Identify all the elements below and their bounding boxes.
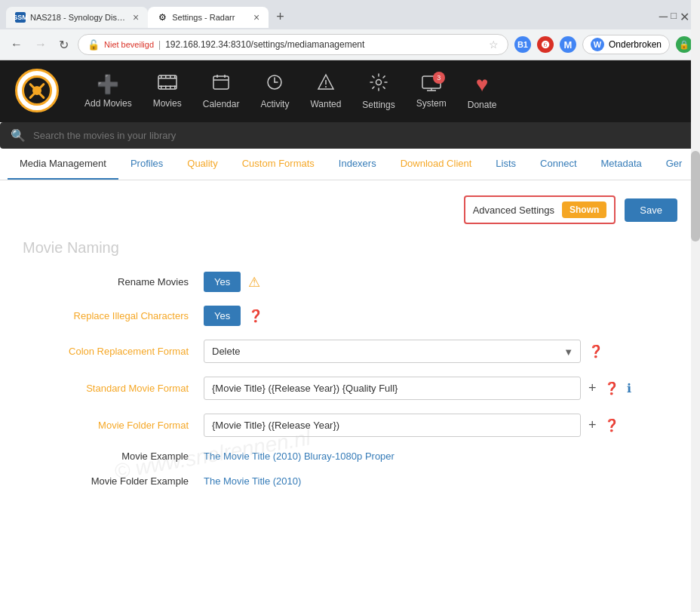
colon-replacement-select[interactable]: Delete Replace with Dash Replace with Sp…	[204, 340, 581, 363]
window-close[interactable]: ✕	[680, 10, 689, 24]
colon-replacement-help-icon[interactable]: ❓	[588, 344, 603, 358]
nav-donate[interactable]: ♥ Donate	[459, 68, 506, 115]
tab-media-management[interactable]: Media Management	[8, 149, 118, 180]
label-standard-format: Standard Movie Format	[23, 383, 204, 394]
standard-format-plus-icon[interactable]: +	[588, 380, 597, 396]
save-button[interactable]: Save	[625, 198, 677, 222]
tab-nas[interactable]: SSM NAS218 - Synology DiskStation ×	[6, 7, 148, 28]
tab-connect[interactable]: Connect	[528, 149, 588, 180]
control-rename-movies: Yes ⚠	[204, 272, 677, 292]
standard-format-help-icon[interactable]: ❓	[604, 381, 619, 395]
nav-activity-label: Activity	[260, 99, 289, 109]
back-button[interactable]: ←	[8, 35, 26, 54]
settings-tabs: Media Management Profiles Quality Custom…	[0, 149, 700, 180]
address-separator: |	[158, 39, 161, 50]
nav-wanted[interactable]: Wanted	[301, 69, 350, 114]
tab-indexers[interactable]: Indexers	[327, 149, 388, 180]
not-secure-label: Niet beveiligd	[104, 40, 154, 49]
tab-new-button[interactable]: +	[269, 5, 292, 29]
tab-general[interactable]: Ger	[654, 149, 695, 180]
extension-b1[interactable]: B1	[514, 36, 531, 53]
form-row-folder-example: Movie Folder Example The Movie Title (20…	[23, 475, 677, 487]
window-minimize[interactable]: ─	[659, 10, 668, 24]
rename-movies-warn-icon: ⚠	[248, 274, 260, 291]
tab-bar: SSM NAS218 - Synology DiskStation × ⚙ Se…	[0, 0, 700, 29]
svg-rect-6	[174, 75, 176, 78]
svg-rect-4	[165, 75, 167, 78]
reload-button[interactable]: ↻	[56, 35, 72, 55]
profile-label: Onderbroken	[609, 39, 662, 50]
control-colon-replacement: Delete Replace with Dash Replace with Sp…	[204, 340, 677, 363]
standard-format-info-icon[interactable]: ℹ	[627, 381, 631, 395]
label-replace-illegal: Replace Illegal Characters	[23, 310, 204, 321]
window-restore[interactable]: □	[671, 10, 677, 24]
address-bar: ← → ↻ 🔓 Niet beveiligd | 192.168.192.34:…	[0, 29, 700, 60]
movie-example-value: The Movie Title (2010) Bluray-1080p Prop…	[204, 451, 395, 462]
shown-button[interactable]: Shown	[562, 201, 606, 218]
tab-radarr[interactable]: ⚙ Settings - Radarr ×	[148, 7, 269, 28]
nav-wanted-label: Wanted	[310, 99, 341, 109]
tab-profiles[interactable]: Profiles	[118, 149, 175, 180]
replace-illegal-help-icon[interactable]: ❓	[248, 309, 263, 323]
nav-activity[interactable]: Activity	[251, 69, 298, 114]
replace-illegal-yes-button[interactable]: Yes	[204, 306, 241, 326]
nav-system[interactable]: 3 System	[407, 70, 456, 113]
form-row-standard-format: Standard Movie Format + ❓ ℹ	[23, 377, 677, 400]
browser-chrome: SSM NAS218 - Synology DiskStation × ⚙ Se…	[0, 0, 700, 60]
system-icon-wrap: 3	[421, 75, 442, 95]
extension-green[interactable]: 🔒	[676, 36, 692, 53]
control-movie-example: The Movie Title (2010) Bluray-1080p Prop…	[204, 451, 677, 462]
app-header: ➕ Add Movies Movies	[0, 60, 700, 122]
folder-format-plus-icon[interactable]: +	[588, 417, 597, 433]
content-area: Media Management Profiles Quality Custom…	[0, 149, 700, 526]
folder-format-help-icon[interactable]: ❓	[604, 418, 619, 432]
label-colon-replacement: Colon Replacement Format	[23, 346, 204, 357]
tab-metadata[interactable]: Metadata	[589, 149, 654, 180]
toolbar-icons: B1 ❻ M W Onderbroken 🔒	[514, 35, 692, 54]
tab-close-radarr[interactable]: ×	[253, 11, 259, 23]
control-folder-format: + ❓	[204, 414, 677, 437]
svg-rect-5	[170, 75, 171, 78]
scrollbar-thumb[interactable]	[691, 151, 700, 241]
tab-lists[interactable]: Lists	[484, 149, 528, 180]
system-badge: 3	[433, 72, 445, 84]
nav-movies[interactable]: Movies	[144, 69, 191, 113]
address-input-bar[interactable]: 🔓 Niet beveiligd | 192.168.192.34:8310/s…	[78, 34, 508, 55]
extension-m[interactable]: M	[560, 36, 576, 53]
activity-icon	[266, 73, 284, 96]
search-bar: 🔍	[0, 122, 700, 149]
search-input[interactable]	[33, 130, 689, 141]
profile-button[interactable]: W Onderbroken	[582, 35, 670, 54]
nav-add-movies-label: Add Movies	[84, 98, 132, 109]
donate-icon: ♥	[476, 72, 489, 97]
svg-rect-8	[165, 86, 167, 89]
bookmark-icon[interactable]: ☆	[489, 38, 499, 51]
calendar-icon	[212, 73, 230, 96]
nav-settings[interactable]: Settings	[353, 68, 404, 115]
tab-quality[interactable]: Quality	[175, 149, 229, 180]
tab-favicon-radarr: ⚙	[157, 12, 167, 23]
settings-icon	[369, 72, 388, 97]
add-movies-icon: ➕	[97, 74, 119, 95]
scrollbar[interactable]	[691, 0, 700, 526]
extension-red[interactable]: ❻	[537, 36, 554, 53]
forward-button[interactable]: →	[32, 35, 50, 54]
nav-add-movies[interactable]: ➕ Add Movies	[75, 69, 141, 113]
app-logo[interactable]	[15, 69, 60, 114]
logo-inner	[22, 75, 52, 106]
folder-format-input[interactable]	[204, 414, 581, 437]
tab-close-nas[interactable]: ×	[133, 11, 139, 23]
rename-movies-yes-button[interactable]: Yes	[204, 272, 241, 292]
standard-format-input[interactable]	[204, 377, 581, 400]
nav-settings-label: Settings	[362, 100, 395, 110]
nav-calendar[interactable]: Calendar	[194, 69, 249, 114]
wanted-icon	[317, 73, 335, 96]
profile-avatar: W	[591, 38, 604, 51]
svg-point-21	[376, 80, 382, 85]
svg-rect-7	[161, 86, 162, 89]
form-row-colon-replacement: Colon Replacement Format Delete Replace …	[23, 340, 677, 363]
search-icon: 🔍	[11, 128, 26, 143]
tab-download-client[interactable]: Download Client	[388, 149, 484, 180]
tab-custom-formats[interactable]: Custom Formats	[230, 149, 327, 180]
nav-movies-label: Movies	[153, 98, 182, 109]
